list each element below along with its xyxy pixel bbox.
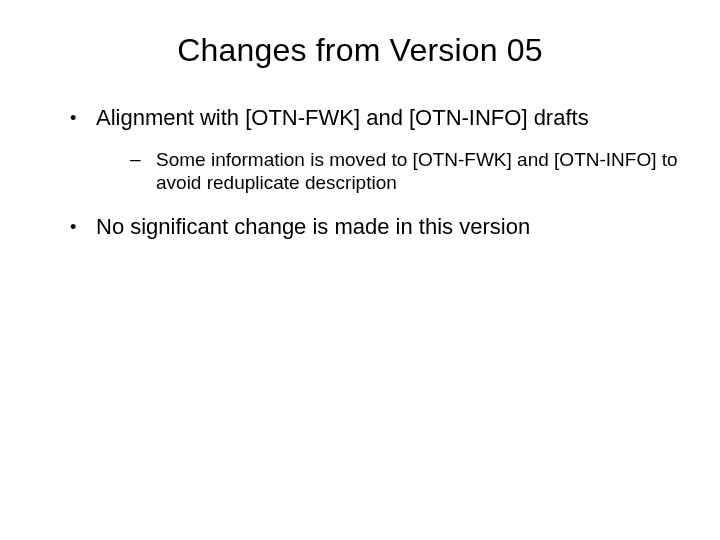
list-item-text: No significant change is made in this ve… <box>96 214 530 239</box>
list-item-text: Alignment with [OTN-FWK] and [OTN-INFO] … <box>96 105 589 130</box>
list-item: No significant change is made in this ve… <box>70 214 680 241</box>
sub-bullet-list: Some information is moved to [OTN-FWK] a… <box>96 148 680 194</box>
list-item-text: Some information is moved to [OTN-FWK] a… <box>156 149 678 193</box>
list-item: Alignment with [OTN-FWK] and [OTN-INFO] … <box>70 105 680 194</box>
slide: Changes from Version 05 Alignment with [… <box>0 0 720 540</box>
slide-title: Changes from Version 05 <box>40 32 680 69</box>
list-item: Some information is moved to [OTN-FWK] a… <box>130 148 680 194</box>
bullet-list: Alignment with [OTN-FWK] and [OTN-INFO] … <box>40 105 680 241</box>
